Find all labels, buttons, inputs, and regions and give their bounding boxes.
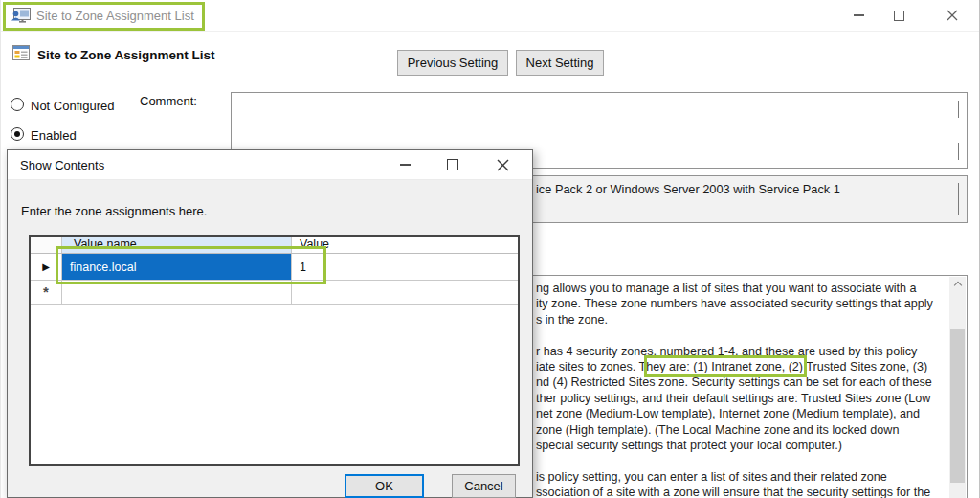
grid-header-selector [31, 237, 62, 253]
close-icon[interactable] [933, 0, 971, 31]
help-line [536, 453, 947, 468]
help-line: ity zone. These zone numbers have associ… [536, 296, 947, 311]
help-line: iate sites to zones. They are: (1) Intra… [536, 359, 947, 374]
grid-row-new: * [31, 281, 518, 305]
help-line: net zone (Medium-Low template), Internet… [536, 406, 947, 421]
show-contents-dialog: Show Contents Enter the zone assignments… [7, 149, 533, 498]
help-line: ng allows you to manage a list of sites … [536, 281, 947, 296]
radio-enabled-label[interactable]: Enabled [31, 128, 77, 143]
radio-not-configured[interactable] [11, 98, 24, 111]
help-text: ng allows you to manage a list of sites … [536, 281, 947, 498]
chevron-up-icon[interactable] [958, 101, 959, 118]
radio-enabled[interactable] [11, 127, 24, 141]
ok-button[interactable]: OK [345, 474, 424, 498]
dialog-title: Show Contents [20, 150, 104, 180]
help-line: ssociation of a site with a zone will en… [536, 485, 947, 498]
current-row-icon: ▶ [42, 261, 50, 272]
help-line: s in the zone. [536, 312, 947, 328]
minimize-icon[interactable] [387, 150, 423, 179]
policy-window-icon [11, 7, 32, 25]
help-line: nd (4) Restricted Sites zone. Security s… [536, 374, 947, 390]
help-line [536, 328, 947, 343]
comment-label: Comment: [140, 94, 197, 108]
maximize-icon[interactable] [434, 150, 471, 179]
supported-on-text: ice Pack 2 or Windows Server 2003 with S… [536, 182, 840, 196]
minimize-icon[interactable] [839, 0, 878, 31]
help-line: zone (High template). (The Local Machine… [536, 422, 947, 438]
grid-header-value-name[interactable]: Value name [62, 237, 292, 253]
scroll-up-icon[interactable] [949, 277, 966, 293]
next-setting-button[interactable]: Next Setting [516, 50, 604, 76]
zone-assignments-grid: Value name Value ▶ finance.local 1 * [29, 235, 520, 466]
scrollbar-thumb[interactable] [950, 329, 965, 483]
new-row-icon: * [43, 287, 49, 297]
policy-setting-icon [12, 45, 30, 60]
help-line: ther policy settings, and their default … [536, 391, 947, 406]
cell-value[interactable] [292, 281, 518, 304]
dialog-instruction: Enter the zone assignments here. [21, 204, 207, 218]
dialog-titlebar: Show Contents [8, 150, 532, 180]
window-titlebar: Site to Zone Assignment List [1, 0, 980, 32]
grid-header-value[interactable]: Value [292, 237, 518, 253]
cell-value-name[interactable] [62, 281, 292, 304]
window-title: Site to Zone Assignment List [36, 0, 194, 32]
radio-not-configured-label[interactable]: Not Configured [31, 99, 114, 113]
cell-value-name[interactable]: finance.local [62, 254, 292, 280]
cell-value[interactable]: 1 [292, 254, 518, 280]
grid-row: ▶ finance.local 1 [31, 254, 518, 281]
help-line: r has 4 security zones, numbered 1-4, an… [536, 344, 947, 359]
maximize-icon[interactable] [880, 0, 918, 31]
chevron-down-icon[interactable] [958, 143, 959, 160]
row-selector[interactable]: * [31, 281, 62, 304]
close-icon[interactable] [484, 150, 521, 179]
grid-header: Value name Value [31, 237, 518, 254]
chevron-down-icon[interactable] [958, 198, 959, 215]
help-scrollbar[interactable] [949, 277, 966, 498]
screen: Site to Zone Assignment List Site to Zon… [0, 0, 980, 498]
cancel-button[interactable]: Cancel [452, 474, 516, 498]
policy-setting-name: Site to Zone Assignment List [37, 48, 215, 62]
row-selector[interactable]: ▶ [31, 254, 62, 280]
previous-setting-button[interactable]: Previous Setting [397, 50, 508, 76]
help-line: is policy setting, you can enter a list … [536, 469, 947, 485]
help-line: special security settings that protect y… [536, 438, 947, 453]
